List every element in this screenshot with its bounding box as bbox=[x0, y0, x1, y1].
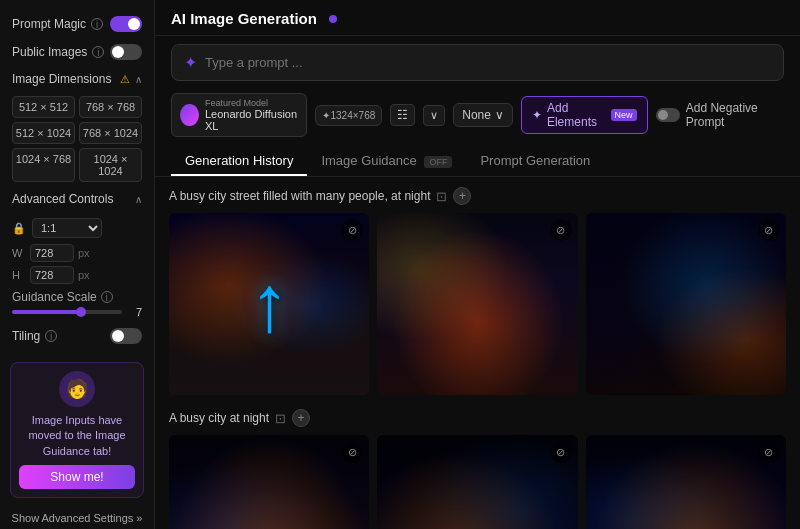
gen2-img1-overlay-icon[interactable]: ⊘ bbox=[341, 441, 363, 463]
tiling-toggle[interactable] bbox=[110, 328, 142, 344]
show-me-button[interactable]: Show me! bbox=[19, 465, 135, 489]
prompt-magic-label: Prompt Magic i bbox=[12, 17, 103, 31]
generation-2-prompt: A busy city at night bbox=[169, 411, 269, 425]
advanced-controls-section: 🔒 1:1 W px H px Guidance Scale i 7 bbox=[0, 212, 154, 354]
guidance-slider-fill bbox=[12, 310, 78, 314]
dim-512x1024[interactable]: 512 × 1024 bbox=[12, 122, 75, 144]
gen2-img2-overlay-icon[interactable]: ⊘ bbox=[550, 441, 572, 463]
width-input[interactable] bbox=[30, 244, 74, 262]
dim-768x768[interactable]: 768 × 768 bbox=[79, 96, 142, 118]
gen2-image-2[interactable]: ⊘ bbox=[377, 435, 577, 529]
neg-prompt-row: Add Negative Prompt bbox=[656, 101, 784, 129]
model-info: Featured Model Leonardo Diffusion XL bbox=[205, 98, 299, 132]
width-row: W px bbox=[12, 244, 142, 262]
dim-768x1024[interactable]: 768 × 1024 bbox=[79, 122, 142, 144]
neg-prompt-toggle[interactable] bbox=[656, 108, 680, 122]
guidance-slider-row: 7 bbox=[12, 306, 142, 318]
gen1-img1-overlay-icon[interactable]: ⊘ bbox=[341, 219, 363, 241]
add-elements-button[interactable]: ✦ Add Elements New bbox=[521, 96, 648, 134]
gen2-copy-icon[interactable]: ⊡ bbox=[275, 411, 286, 426]
generation-1-prompt: A busy city street filled with many peop… bbox=[169, 189, 430, 203]
warning-icon: ⚠ bbox=[120, 73, 130, 86]
notification-text: Image Inputs have moved to the Image Gui… bbox=[19, 413, 135, 459]
tiling-label: Tiling i bbox=[12, 329, 57, 343]
gen1-image-2[interactable]: ⊘ bbox=[377, 213, 577, 395]
featured-model-label: Featured Model bbox=[205, 98, 299, 108]
guidance-scale-label-row: Guidance Scale i bbox=[12, 288, 142, 306]
advanced-controls-label: Advanced Controls bbox=[12, 192, 113, 206]
public-images-toggle[interactable] bbox=[110, 44, 142, 60]
model-chevron-icon[interactable]: ∨ bbox=[423, 105, 445, 126]
prompt-bar[interactable]: ✦ bbox=[171, 44, 784, 81]
up-arrow-icon: ↑ bbox=[249, 264, 289, 344]
image-guidance-off-badge: OFF bbox=[424, 156, 452, 168]
tab-generation-history[interactable]: Generation History bbox=[171, 147, 307, 176]
sidebar: Prompt Magic i Public Images i Image Dim… bbox=[0, 0, 155, 529]
height-input[interactable] bbox=[30, 266, 74, 284]
dim-1024x1024[interactable]: 1024 × 1024 bbox=[79, 148, 142, 182]
model-selector[interactable]: Featured Model Leonardo Diffusion XL bbox=[171, 93, 307, 137]
main-area: AI Image Generation ✦ Featured Model Leo… bbox=[155, 0, 800, 529]
public-images-info-icon[interactable]: i bbox=[92, 46, 104, 58]
height-label: H bbox=[12, 269, 26, 281]
gen2-img3-overlay-icon[interactable]: ⊘ bbox=[758, 441, 780, 463]
generation-2-grid: ⊘ ⊘ ⊘ bbox=[169, 435, 786, 529]
model-dims: ✦1324×768 bbox=[315, 105, 382, 126]
purple-dot-icon bbox=[329, 15, 337, 23]
generation-1-label: A busy city street filled with many peop… bbox=[169, 187, 786, 205]
prompt-input[interactable] bbox=[205, 55, 771, 70]
guidance-scale-value: 7 bbox=[128, 306, 142, 318]
width-label: W bbox=[12, 247, 26, 259]
dim-1024x768[interactable]: 1024 × 768 bbox=[12, 148, 75, 182]
prompt-magic-icon: ✦ bbox=[184, 53, 197, 72]
tab-image-guidance[interactable]: Image Guidance OFF bbox=[307, 147, 466, 176]
notification-box: 🧑 Image Inputs have moved to the Image G… bbox=[10, 362, 144, 498]
public-images-text: Public Images bbox=[12, 45, 87, 59]
aspect-ratio-select[interactable]: 1:1 bbox=[32, 218, 102, 238]
model-name: Leonardo Diffusion XL bbox=[205, 108, 299, 132]
model-format-button[interactable]: ☷ bbox=[390, 104, 415, 126]
gen1-img3-overlay-icon[interactable]: ⊘ bbox=[758, 219, 780, 241]
prompt-magic-info-icon[interactable]: i bbox=[91, 18, 103, 30]
advanced-controls-header[interactable]: Advanced Controls ∧ bbox=[0, 186, 154, 212]
tab-prompt-generation[interactable]: Prompt Generation bbox=[466, 147, 604, 176]
none-select[interactable]: None ∨ bbox=[453, 103, 513, 127]
guidance-slider-track[interactable] bbox=[12, 310, 122, 314]
generation-1-grid: ↑ ⊘ ⊘ ⊘ bbox=[169, 213, 786, 395]
prompt-magic-toggle[interactable] bbox=[110, 16, 142, 32]
dim-512x512[interactable]: 512 × 512 bbox=[12, 96, 75, 118]
guidance-info-icon[interactable]: i bbox=[101, 291, 113, 303]
generation-2-label: A busy city at night ⊡ + bbox=[169, 409, 786, 427]
tabs-row: Generation History Image Guidance OFF Pr… bbox=[155, 141, 800, 177]
add-to-generation-icon[interactable]: + bbox=[453, 187, 471, 205]
dims-label: ✦1324×768 bbox=[322, 110, 375, 121]
adv-chevron-icon: ∧ bbox=[135, 194, 142, 205]
tiling-info-icon[interactable]: i bbox=[45, 330, 57, 342]
add-elements-label: Add Elements bbox=[547, 101, 606, 129]
notif-avatar: 🧑 bbox=[59, 371, 95, 407]
gen1-img2-overlay-icon[interactable]: ⊘ bbox=[550, 219, 572, 241]
image-dimensions-label: Image Dimensions bbox=[12, 72, 111, 86]
prompt-magic-text: Prompt Magic bbox=[12, 17, 86, 31]
public-images-row: Public Images i bbox=[0, 38, 154, 66]
add-elements-icon: ✦ bbox=[532, 108, 542, 122]
gen1-image-1[interactable]: ↑ ⊘ bbox=[169, 213, 369, 395]
gen2-add-icon[interactable]: + bbox=[292, 409, 310, 427]
dimensions-grid: 512 × 512 768 × 768 512 × 1024 768 × 102… bbox=[0, 92, 154, 186]
gen2-image-1[interactable]: ⊘ bbox=[169, 435, 369, 529]
height-unit: px bbox=[78, 269, 90, 281]
gen2-image-3[interactable]: ⊘ bbox=[586, 435, 786, 529]
guidance-scale-label: Guidance Scale bbox=[12, 290, 97, 304]
lock-row: 🔒 1:1 bbox=[12, 218, 142, 238]
content-area[interactable]: A busy city street filled with many peop… bbox=[155, 177, 800, 529]
copy-icon[interactable]: ⊡ bbox=[436, 189, 447, 204]
image-dimensions-header: Image Dimensions ⚠ ∧ bbox=[0, 66, 154, 92]
public-images-label: Public Images i bbox=[12, 45, 104, 59]
none-label: None bbox=[462, 108, 491, 122]
none-chevron-icon: ∨ bbox=[495, 108, 504, 122]
tiling-row: Tiling i bbox=[12, 324, 142, 348]
neg-prompt-label: Add Negative Prompt bbox=[686, 101, 784, 129]
advanced-settings-link[interactable]: Show Advanced Settings » bbox=[0, 506, 154, 529]
chevron-up-icon[interactable]: ∧ bbox=[135, 74, 142, 85]
gen1-image-3[interactable]: ⊘ bbox=[586, 213, 786, 395]
